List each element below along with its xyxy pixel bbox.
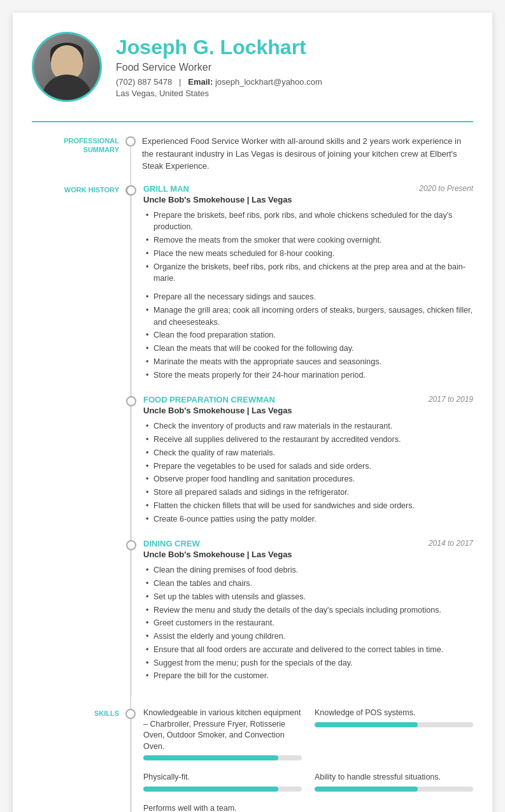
job-1-title: GRILL MAN [143,184,189,194]
skill-3-bar-bg [143,787,302,792]
summary-content: Experienced Food Service Worker with all… [131,135,473,173]
job-bullet: Manage the grill area; cook all incoming… [153,304,473,329]
skill-3-text: Physically-fit. [143,772,302,783]
job-bullet: Store all prepared salads and sidings in… [153,487,473,499]
summary-line [130,146,131,184]
job-2-title: FOOD PREPARATION CREWMAN [143,395,275,404]
email: joseph_lockhart@yahoo.com [215,77,322,87]
skill-3: Physically-fit. [143,772,302,798]
skill-3-bar-fill [143,787,278,792]
skill-5: Performs well with a team. [143,803,302,813]
email-label: Email: [188,77,213,87]
job-3-title: DINING CREW [143,539,200,548]
job-bullet: Prepare the bill for the customer. [153,670,473,682]
skill-4-bar-bg [315,787,473,792]
job-bullet: Check the inventory of products and raw … [153,420,473,432]
job-3-company: Uncle Bob's Smokehouse | Las Vegas [143,550,473,559]
job-bullet: Check the quality of raw materials. [153,447,473,459]
job-bullet: Prepare the briskets, beef ribs, pork ri… [153,210,473,234]
job-2-company: Uncle Bob's Smokehouse | Las Vegas [143,406,473,415]
skill-2-text: Knowledge of POS systems. [315,708,473,719]
skill-4: Ability to handle stressful situations. [315,772,473,798]
skills-label-area: SKILLS [32,708,131,812]
skill-1-bar-fill [143,755,278,760]
job-bullet: Review the menu and study the details of… [153,604,473,616]
job-bullet: Remove the meats from the smoker that we… [153,234,473,246]
skills-content: Knowledgeable in various kitchen equipme… [131,708,473,812]
skill-4-bar-fill [315,787,418,792]
job-dot-1 [126,185,136,196]
skills-grid: Knowledgeable in various kitchen equipme… [143,708,473,812]
job-bullet: Organize the briskets, beef ribs, pork r… [153,261,473,285]
summary-section: PROFESSIONAL SUMMARY Experienced Food Se… [32,135,473,173]
job-bullet: Receive all supplies delivered to the re… [153,434,473,446]
work-history-line [130,196,131,722]
job-bullet: Prepare the vegetables to be used for sa… [153,460,473,473]
work-history-section: WORK HISTORY GRILL MAN 2020 to Present U… [32,184,473,697]
job-bullet: Ensure that all food orders are accurate… [153,644,473,656]
job-bullet: Place the new meats scheduled for 8-hour… [153,248,473,260]
job-bullet: Greet customers in the restaurant. [153,617,473,629]
skill-1: Knowledgeable in various kitchen equipme… [143,708,302,767]
job-bullet: Set up the tables with utensils and glas… [153,591,473,603]
job-3-header: DINING CREW 2014 to 2017 [143,539,473,548]
skill-2-bar-fill [315,722,418,727]
work-history-label: WORK HISTORY [32,185,119,194]
phone: (702) 887 5478 [116,77,172,87]
header-divider [32,121,473,122]
skills-dot [125,709,136,719]
job-1-date: 2020 to Present [419,184,473,193]
job-food-prep: FOOD PREPARATION CREWMAN 2017 to 2019 Un… [143,395,473,525]
job-2-date: 2017 to 2019 [429,395,473,404]
avatar [32,32,102,102]
job-bullet: Marinate the meats with the appropriate … [153,356,473,368]
job-dot-2 [126,396,136,406]
skill-5-text: Performs well with a team. [143,803,302,813]
summary-label-area: PROFESSIONAL SUMMARY [32,135,131,173]
summary-dot [125,136,136,146]
job-grill-man: GRILL MAN 2020 to Present Uncle Bob's Sm… [143,184,473,381]
resume-container: Joseph G. Lockhart Food Service Worker (… [13,13,492,812]
job-bullet: Suggest from the menu; push for the spec… [153,657,473,669]
skills-line [130,719,131,812]
job-bullet: Prepare all the necessary sidings and sa… [153,291,473,303]
candidate-name: Joseph G. Lockhart [116,36,322,59]
job-bullet: Store the meats properly for their 24-ho… [153,369,473,381]
work-history-content: GRILL MAN 2020 to Present Uncle Bob's Sm… [131,184,473,697]
job-bullet: Observe proper food handling and sanitat… [153,473,473,485]
job-3-date: 2014 to 2017 [429,539,473,548]
job-bullet: Create 6-ounce patties using the patty m… [153,513,473,525]
job-bullet: Clean the meats that will be cooked for … [153,343,473,355]
job-bullet: Clean the food preparation station. [153,329,473,341]
job-bullet: Flatten the chicken fillets that will be… [153,500,473,512]
job-2-header: FOOD PREPARATION CREWMAN 2017 to 2019 [143,395,473,404]
job-dining-crew: DINING CREW 2014 to 2017 Uncle Bob's Smo… [143,539,473,682]
skills-label: SKILLS [32,709,119,718]
location: Las Vegas, United States [116,89,322,98]
job-bullet: Clean the dining premises of food debris… [153,564,473,576]
job-1-header: GRILL MAN 2020 to Present [143,184,473,194]
skill-2: Knowledge of POS systems. [315,708,473,767]
skill-2-bar-bg [315,722,473,727]
skill-1-text: Knowledgeable in various kitchen equipme… [143,708,302,752]
summary-text: Experienced Food Service Worker with all… [142,135,473,173]
skills-section: SKILLS Knowledgeable in various kitchen … [32,708,473,812]
skill-1-bar-bg [143,755,302,760]
job-dot-3 [126,540,136,550]
contact-line: (702) 887 5478 | Email: joseph_lockhart@… [116,77,322,87]
work-history-label-area: WORK HISTORY [32,184,131,697]
job-bullet: Clean the tables and chairs. [153,578,473,590]
skill-4-text: Ability to handle stressful situations. [315,772,473,783]
summary-label: PROFESSIONAL SUMMARY [32,136,119,155]
candidate-title: Food Service Worker [116,62,322,73]
job-bullet: Assist the elderly and young children. [153,630,473,643]
job-1-company: Uncle Bob's Smokehouse | Las Vegas [143,195,473,204]
header-section: Joseph G. Lockhart Food Service Worker (… [32,32,473,102]
header-info: Joseph G. Lockhart Food Service Worker (… [116,36,322,98]
